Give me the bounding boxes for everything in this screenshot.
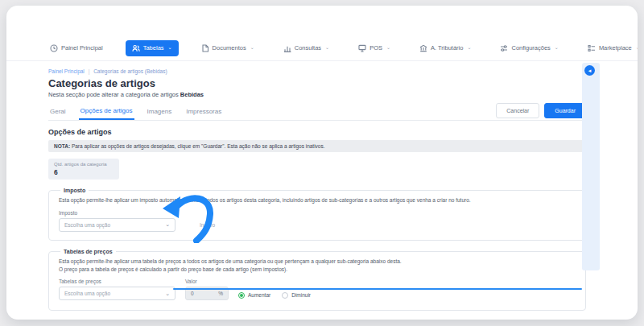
note-label: NOTA:	[54, 143, 70, 149]
section-title: Opções de artigos	[48, 128, 586, 136]
tabelas-precos-description: Esta opção permite-lhe aplicar uma tabel…	[59, 258, 576, 274]
note-bar: NOTA: Para aplicar as opções de artigos …	[48, 140, 586, 152]
imposto-panel-legend: Imposto	[60, 188, 89, 193]
chevron-down-icon: ⌄	[386, 44, 390, 50]
cancel-button[interactable]: Cancelar	[496, 103, 539, 118]
tab-geral[interactable]: Geral	[48, 105, 68, 119]
chevron-down-icon: ⌄	[165, 221, 170, 228]
tabs-row: Geral Opções de artigos Imagens Impresso…	[48, 104, 586, 121]
nav-item-documentos[interactable]: Documentos ⌄	[195, 40, 261, 56]
imposto-field-label: Imposto	[59, 210, 576, 216]
chevron-down-icon: ⌄	[168, 44, 172, 50]
page-subtitle: Nesta secção pode alterar a categoria de…	[48, 91, 586, 98]
document-icon	[201, 44, 209, 52]
top-navbar: Painel Principal Tabelas ⌄ Documentos ⌄ …	[6, 35, 638, 61]
value-input-value: 0	[191, 291, 194, 296]
right-side-panel-strip	[582, 63, 600, 270]
nav-label: POS	[369, 44, 382, 52]
pos-terminal-icon	[358, 44, 366, 52]
people-icon	[132, 44, 140, 52]
page-content: Painel Principal | Categorias de artigos…	[6, 61, 638, 311]
nav-item-a-tributario[interactable]: A. Tributário ⌄	[413, 40, 477, 56]
tab-imagens[interactable]: Imagens	[146, 105, 174, 119]
tabelas-precos-panel: Tabelas de preços Esta opção permite-lhe…	[48, 249, 586, 312]
imposto-side-label: Inativo	[200, 222, 215, 228]
tabelas-precos-legend: Tabelas de preços	[60, 249, 116, 254]
bar-chart-icon	[283, 44, 291, 52]
nav-label: Consultas	[295, 44, 321, 52]
save-button[interactable]: Guardar	[544, 103, 586, 118]
chevron-down-icon: ⌄	[250, 44, 254, 50]
nav-label: Marketplace	[599, 44, 632, 52]
category-quantity-box: Qtd. artigos da categoria 6	[48, 159, 119, 180]
breadcrumb: Painel Principal | Categorias de artigos…	[48, 68, 586, 74]
tab-actions: Cancelar Guardar	[496, 103, 586, 118]
chevron-down-icon: ⌄	[636, 44, 638, 50]
nav-item-consultas[interactable]: Consultas ⌄	[277, 40, 336, 56]
bank-icon	[419, 44, 427, 52]
tabelas-precos-controls: Tabelas de preços Escolha uma opção ⌄ Va…	[59, 279, 576, 302]
imposto-description: Esta opção permite-lhe aplicar um impost…	[59, 196, 576, 204]
tab-impressoras[interactable]: Impressoras	[184, 105, 223, 119]
radio-selected-icon	[238, 292, 245, 299]
nav-item-tabelas[interactable]: Tabelas ⌄	[126, 40, 179, 56]
price-table-select[interactable]: Escolha uma opção ⌄	[59, 287, 175, 300]
panel-collapse-button[interactable]: ◂	[584, 65, 595, 76]
radio-diminuir-label: Diminuir	[291, 292, 311, 298]
clock-icon	[50, 44, 58, 52]
nav-label: Configurações	[511, 44, 550, 52]
nav-item-painel-principal[interactable]: Painel Principal	[43, 40, 109, 56]
chevron-down-icon: ⌄	[467, 44, 471, 50]
chevron-down-icon: ⌄	[165, 291, 170, 297]
price-table-select-placeholder: Escolha uma opção	[64, 291, 110, 296]
imposto-control-row: Escolha uma opção ⌄ Inativo	[59, 218, 576, 232]
radio-unselected-icon	[282, 292, 288, 299]
price-table-label: Tabelas de preços	[59, 279, 175, 284]
nav-label: Documentos	[213, 44, 246, 52]
radio-aumentar[interactable]: Aumentar	[238, 292, 270, 299]
nav-item-pos[interactable]: POS ⌄	[352, 40, 397, 56]
tabelas-precos-description-line2: O preço para a tabela de preços é calcul…	[59, 266, 576, 274]
nav-item-configuracoes[interactable]: Configurações ⌄	[493, 40, 564, 56]
adjustment-radio-group: Aumentar Diminuir	[238, 288, 311, 302]
page-subtitle-text: Nesta secção pode alterar a categoria de…	[48, 91, 180, 98]
nav-label: A. Tributário	[431, 44, 463, 52]
breadcrumb-current: Categorias de artigos (Bebidas)	[93, 68, 167, 74]
nav-label: Tabelas	[143, 44, 164, 52]
page-subtitle-category-name: Bebidas	[180, 91, 204, 98]
tabelas-precos-description-line1: Esta opção permite-lhe aplicar uma tabel…	[59, 258, 576, 266]
radio-aumentar-label: Aumentar	[248, 292, 270, 298]
nav-label: Painel Principal	[61, 44, 103, 52]
list-grid-icon	[588, 44, 596, 52]
sliders-icon	[500, 44, 508, 52]
value-input-unit: %	[218, 291, 223, 296]
price-table-group: Tabelas de preços Escolha uma opção ⌄	[59, 279, 175, 300]
quantity-label: Qtd. artigos da categoria	[54, 162, 114, 167]
imposto-select-placeholder: Escolha uma opção	[64, 222, 110, 228]
page-title: Categorias de artigos	[48, 77, 586, 89]
value-label: Valor	[185, 279, 229, 284]
imposto-panel: Imposto Esta opção permite-lhe aplicar u…	[48, 188, 586, 241]
breadcrumb-link-painel-principal[interactable]: Painel Principal	[48, 68, 85, 74]
radio-diminuir[interactable]: Diminuir	[282, 292, 311, 299]
app-window: Painel Principal Tabelas ⌄ Documentos ⌄ …	[6, 6, 638, 320]
quantity-value: 6	[54, 168, 114, 176]
chevron-down-icon: ⌄	[325, 44, 329, 50]
arrow-left-icon: ◂	[588, 68, 592, 74]
breadcrumb-separator: |	[89, 68, 90, 74]
bottom-progress-line	[173, 288, 582, 290]
imposto-select[interactable]: Escolha uma opção ⌄	[59, 218, 175, 232]
tab-opcoes-de-artigos[interactable]: Opções de artigos	[79, 104, 134, 120]
nav-item-marketplace[interactable]: Marketplace ⌄	[581, 40, 638, 56]
note-text: Para aplicar as opções de artigos deseja…	[70, 143, 324, 149]
chevron-down-icon: ⌄	[555, 44, 559, 50]
